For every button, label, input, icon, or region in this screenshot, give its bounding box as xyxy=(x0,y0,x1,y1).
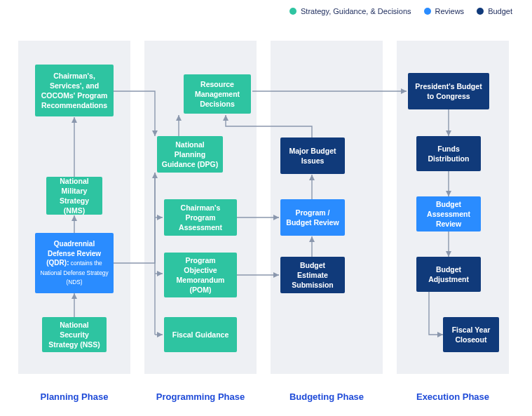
box-nms: National Military Strategy (NMS) xyxy=(46,177,102,215)
box-presidents-budget: President's Budget to Congress xyxy=(408,73,489,109)
box-label: National Military Strategy (NMS) xyxy=(50,176,98,216)
box-program-recommendations: Chairman's, Services', and COCOMs' Progr… xyxy=(35,65,114,116)
box-budget-assessment-review: Budget Assessment Review xyxy=(416,196,481,232)
box-label: Resource Management Decisions xyxy=(188,79,247,109)
box-label: Budget Adjustment xyxy=(421,264,477,284)
box-program-budget-review: Program / Budget Review xyxy=(280,199,345,236)
box-pom: Program Objective Memorandum (POM) xyxy=(164,253,237,297)
box-major-budget-issues: Major Budget Issues xyxy=(280,137,345,174)
box-label: President's Budget to Congress xyxy=(412,81,485,101)
box-label: Program Objective Memorandum (POM) xyxy=(168,255,233,295)
box-nss: National Security Strategy (NSS) xyxy=(42,317,107,352)
box-label: Program / Budget Review xyxy=(285,208,341,227)
box-funds-distribution: Funds Distribution xyxy=(416,136,481,171)
box-label: Fiscal Guidance xyxy=(172,330,229,340)
box-label: Chairman's Program Assessment xyxy=(168,203,233,233)
box-label: Major Budget Issues xyxy=(285,146,341,166)
box-label: Budget Estimate Submission xyxy=(285,260,341,290)
box-qdr: Quadrennial Defense Review (QDR): contai… xyxy=(35,233,114,293)
box-label: Funds Distribution xyxy=(421,144,477,163)
box-label: National Security Strategy (NSS) xyxy=(46,320,102,350)
box-budget-adjustment: Budget Adjustment xyxy=(416,257,481,292)
box-fiscal: Fiscal Guidance xyxy=(164,317,237,352)
box-cpa: Chairman's Program Assessment xyxy=(164,199,237,236)
box-label: Quadrennial Defense Review (QDR): contai… xyxy=(39,239,109,287)
diagram-root: Strategy, Guidance, & Decisions Reviews … xyxy=(0,0,532,416)
box-fiscal-year-closeout: Fiscal Year Closeout xyxy=(443,317,499,352)
box-dpg: National Planning Guidance (DPG) xyxy=(157,136,223,173)
box-label: Budget Assessment Review xyxy=(421,199,477,229)
box-label: Chairman's, Services', and COCOMs' Progr… xyxy=(39,71,109,111)
box-label: Fiscal Year Closeout xyxy=(447,325,495,344)
box-label: National Planning Guidance (DPG) xyxy=(161,140,219,170)
box-rmd: Resource Management Decisions xyxy=(184,74,251,114)
box-budget-estimate-submission: Budget Estimate Submission xyxy=(280,257,345,293)
